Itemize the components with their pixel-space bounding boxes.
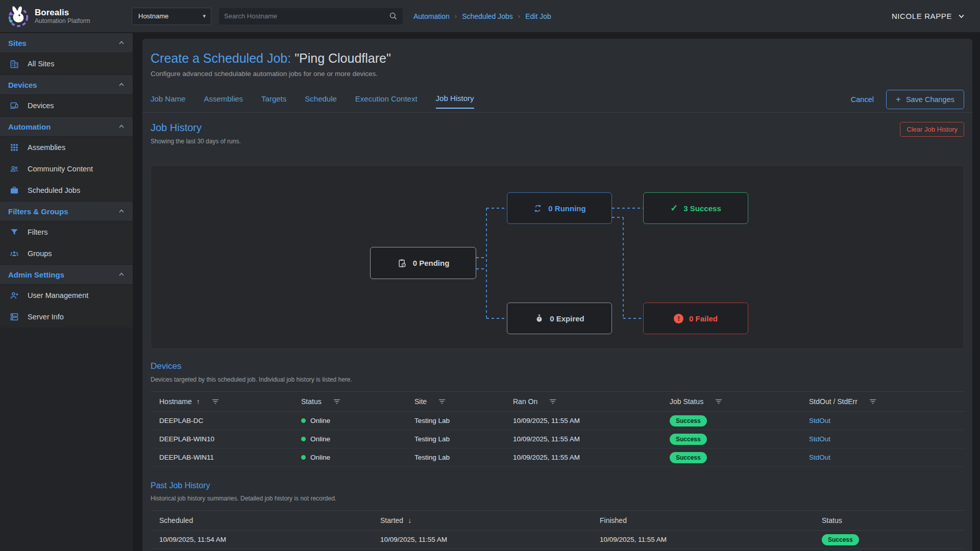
sidebar-item-label: User Management	[28, 291, 88, 299]
column-header-ran-on[interactable]: Ran On	[513, 397, 670, 406]
hostname-filter-select[interactable]: Hostname ▾	[132, 8, 211, 25]
sidebar-section-filters-groups[interactable]: Filters & Groups	[0, 201, 133, 221]
search-input[interactable]	[224, 12, 389, 20]
stdout-link[interactable]: StdOut	[809, 417, 830, 424]
sidebar-section-sites[interactable]: Sites	[0, 33, 133, 53]
briefcase-icon	[9, 185, 19, 195]
job-status-cell: Success	[670, 452, 809, 463]
sidebar-item-devices[interactable]: Devices	[0, 95, 133, 116]
breadcrumb-scheduled-jobs[interactable]: Scheduled Jobs	[462, 12, 513, 20]
sidebar-item-community-content[interactable]: Community Content	[0, 158, 133, 180]
page-title-job-name: "Ping Cloudflare"	[291, 51, 391, 65]
section-label: Admin Settings	[8, 270, 64, 279]
sidebar-section-devices[interactable]: Devices	[0, 74, 133, 95]
filter-icon[interactable]	[438, 398, 446, 405]
sidebar-item-label: Filters	[28, 228, 47, 236]
tab-targets[interactable]: Targets	[261, 94, 286, 108]
site-cell: Testing Lab	[414, 417, 513, 424]
column-header-status[interactable]: Status	[822, 516, 964, 524]
section-label: Automation	[8, 122, 51, 131]
column-header-status[interactable]: Status	[301, 397, 414, 406]
search-box[interactable]	[218, 8, 403, 25]
user-menu[interactable]: NICOLE RAPPE	[892, 12, 965, 20]
search-icon[interactable]	[389, 12, 398, 20]
expired-status-box: 0 Expired	[507, 303, 612, 334]
sidebar-item-scheduled-jobs[interactable]: Scheduled Jobs	[0, 180, 133, 201]
ran-on-cell: 10/09/2025, 11:55 AM	[513, 454, 670, 461]
pending-status-box: 0 Pending	[370, 247, 476, 279]
check-icon: ✓	[670, 203, 678, 214]
table-row[interactable]: DEEPLAB-WIN11 Online Testing Lab 10/09/2…	[151, 448, 964, 467]
cancel-button[interactable]: Cancel	[851, 95, 874, 104]
filter-icon[interactable]	[333, 398, 340, 405]
column-header-finished[interactable]: Finished	[600, 516, 822, 524]
filter-icon[interactable]	[715, 398, 722, 405]
chevron-down-icon	[958, 13, 965, 19]
online-dot-icon	[301, 418, 306, 423]
brand: Borealis Automation Platform	[0, 5, 132, 28]
sidebar-item-label: Assemblies	[28, 143, 65, 152]
table-row[interactable]: DEEPLAB-WIN10 Online Testing Lab 10/09/2…	[151, 430, 964, 448]
breadcrumb-edit-job[interactable]: Edit Job	[525, 12, 551, 20]
finished-cell: 10/09/2025, 11:55 AM	[600, 536, 822, 543]
sidebar-item-label: Server Info	[28, 313, 64, 321]
section-label: Devices	[8, 81, 37, 89]
column-header-site[interactable]: Site	[414, 397, 513, 406]
sidebar-item-filters[interactable]: Filters	[0, 221, 133, 243]
scheduled-cell: 10/09/2025, 11:54 AM	[151, 536, 380, 543]
tab-schedule[interactable]: Schedule	[305, 94, 337, 108]
sidebar-item-label: Devices	[28, 102, 54, 110]
tab-assemblies[interactable]: Assemblies	[204, 94, 243, 108]
table-row[interactable]: DEEPLAB-DC Online Testing Lab 10/09/2025…	[151, 412, 964, 430]
expired-count-label: 0 Expired	[550, 314, 584, 323]
filter-icon[interactable]	[549, 398, 556, 405]
status-badge: Success	[670, 452, 707, 463]
people-icon	[9, 164, 19, 174]
hostname-cell: DEEPLAB-WIN11	[151, 454, 301, 461]
brand-name: Borealis	[35, 8, 90, 18]
status-cell: Success	[822, 534, 964, 545]
column-header-scheduled[interactable]: Scheduled	[151, 516, 380, 524]
job-history-header: Job History Showing the last 30 days of …	[151, 122, 964, 145]
borealis-logo-icon	[6, 5, 30, 28]
stdout-link[interactable]: StdOut	[809, 454, 830, 461]
brand-subtitle: Automation Platform	[35, 17, 90, 24]
status-cell: Online	[301, 417, 414, 424]
breadcrumb-automation[interactable]: Automation	[413, 12, 450, 20]
column-header-stdout[interactable]: StdOut / StdErr	[809, 397, 964, 406]
funnel-icon	[9, 227, 19, 237]
sidebar-item-groups[interactable]: Groups	[0, 243, 133, 264]
breadcrumb-separator: ›	[518, 12, 520, 20]
tab-job-name[interactable]: Job Name	[151, 94, 185, 108]
sidebar-item-assemblies[interactable]: Assemblies	[0, 137, 133, 158]
stdout-cell: StdOut	[809, 435, 964, 443]
table-row[interactable]: 10/09/2025, 11:54 AM 10/09/2025, 11:55 A…	[151, 531, 964, 549]
column-header-started[interactable]: Started ↓	[380, 516, 600, 524]
section-label: Sites	[8, 39, 27, 47]
clear-job-history-button[interactable]: Clear Job History	[900, 122, 964, 137]
column-header-hostname[interactable]: Hostname ↑	[151, 397, 301, 406]
sidebar-item-user-management[interactable]: User Management	[0, 285, 133, 306]
main-content: Create a Scheduled Job: "Ping Cloudflare…	[133, 33, 980, 551]
sidebar-section-automation[interactable]: Automation	[0, 116, 133, 137]
save-changes-button[interactable]: + Save Changes	[886, 90, 964, 109]
tab-execution-context[interactable]: Execution Context	[355, 94, 418, 108]
user-name: NICOLE RAPPE	[892, 12, 952, 20]
devices-section-title: Devices	[151, 361, 964, 371]
tab-job-history[interactable]: Job History	[436, 94, 474, 109]
job-history-subtitle: Showing the last 30 days of runs.	[151, 138, 241, 145]
ran-on-cell: 10/09/2025, 11:55 AM	[513, 435, 670, 443]
server-icon	[9, 312, 19, 322]
sidebar-item-all-sites[interactable]: All Sites	[0, 53, 133, 74]
sidebar-item-server-info[interactable]: Server Info	[0, 306, 133, 328]
column-header-job-status[interactable]: Job Status	[670, 397, 809, 406]
online-dot-icon	[301, 437, 306, 441]
stdout-link[interactable]: StdOut	[809, 435, 830, 443]
devices-section-subtitle: Devices targeted by this scheduled job. …	[151, 376, 964, 383]
filter-icon[interactable]	[869, 398, 876, 405]
breadcrumb: Automation › Scheduled Jobs › Edit Job	[413, 12, 551, 20]
job-status-cell: Success	[670, 415, 809, 427]
page-title-prefix: Create a Scheduled Job:	[151, 51, 291, 65]
sidebar-section-admin-settings[interactable]: Admin Settings	[0, 264, 133, 285]
filter-icon[interactable]	[212, 398, 219, 405]
